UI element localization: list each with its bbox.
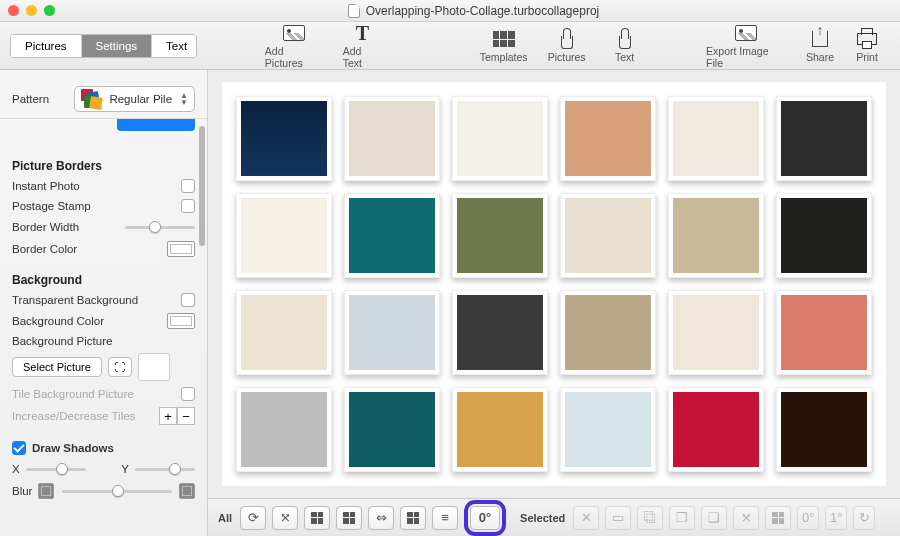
photo-tile[interactable] <box>560 290 656 375</box>
postage-stamp-label: Postage Stamp <box>12 200 91 212</box>
bg-picture-swatch[interactable] <box>138 353 170 381</box>
pictures-lock-button[interactable]: Pictures <box>548 28 586 63</box>
tile-bg-checkbox <box>181 387 195 401</box>
bg-color-label: Background Color <box>12 315 104 327</box>
photo-tile[interactable] <box>452 387 548 472</box>
shuffle-all-button[interactable]: ⟳ <box>240 506 266 530</box>
export-icon <box>735 25 757 41</box>
swap-selected-button[interactable]: ▭ <box>605 506 631 530</box>
section-picture-borders: Picture Borders <box>12 159 195 173</box>
photo-tile[interactable] <box>236 387 332 472</box>
photo-tile[interactable] <box>452 290 548 375</box>
lock-icon <box>561 36 573 49</box>
photo-tile[interactable] <box>344 290 440 375</box>
photo-tile[interactable] <box>344 193 440 278</box>
send-back-button[interactable]: ❏ <box>701 506 727 530</box>
reset-rotation-selected-button[interactable]: 0° <box>797 506 819 530</box>
text-lock-button[interactable]: Text <box>612 28 638 63</box>
text-icon: T <box>356 23 369 43</box>
grid-3-button[interactable] <box>400 506 426 530</box>
grid-selected-button[interactable] <box>765 506 791 530</box>
shadow-color-well[interactable] <box>38 483 54 499</box>
share-icon <box>812 31 828 47</box>
print-icon <box>857 33 877 45</box>
select-picture-button[interactable]: Select Picture <box>12 357 102 377</box>
share-button[interactable]: Share <box>806 28 834 63</box>
draw-shadows-label: Draw Shadows <box>32 442 114 454</box>
photo-tile[interactable] <box>236 193 332 278</box>
postage-stamp-checkbox[interactable] <box>181 199 195 213</box>
instant-photo-checkbox[interactable] <box>181 179 195 193</box>
photo-tile[interactable] <box>560 96 656 181</box>
selected-label: Selected <box>520 512 565 524</box>
photo-tile[interactable] <box>560 387 656 472</box>
shadow-y-slider[interactable] <box>135 461 195 477</box>
settings-sidebar: Pattern Regular Pile ▲▼ . Picture Border… <box>0 70 208 536</box>
collage-grid <box>222 82 886 486</box>
transparent-bg-checkbox[interactable] <box>181 293 195 307</box>
print-button[interactable]: Print <box>854 28 880 63</box>
add-text-button[interactable]: T Add Text <box>343 22 382 69</box>
photo-tile[interactable] <box>236 96 332 181</box>
photo-tile[interactable] <box>452 96 548 181</box>
photo-tile[interactable] <box>668 96 764 181</box>
shadow-x-slider[interactable] <box>26 461 86 477</box>
regular-pile-icon <box>81 89 101 109</box>
zoom-window-icon[interactable] <box>44 5 55 16</box>
pattern-select[interactable]: Regular Pile ▲▼ <box>74 86 195 112</box>
add-pictures-button[interactable]: Add Pictures <box>265 22 323 69</box>
tiles-stepper: +− <box>159 407 195 425</box>
photo-tile[interactable] <box>344 96 440 181</box>
tab-pictures[interactable]: Pictures <box>11 35 82 57</box>
delete-selected-button[interactable]: ✕ <box>573 506 599 530</box>
draw-shadows-checkbox[interactable] <box>12 441 26 455</box>
shadow-color-well-2[interactable] <box>179 483 195 499</box>
border-color-well[interactable] <box>167 241 195 257</box>
templates-button[interactable]: Templates <box>480 28 528 63</box>
sidebar-mode-segment: Pictures Settings Text <box>10 34 197 58</box>
fit-all-button[interactable]: ⤧ <box>272 506 298 530</box>
grid-1-button[interactable] <box>304 506 330 530</box>
align-button[interactable]: ≡ <box>432 506 458 530</box>
border-width-slider[interactable] <box>125 219 195 235</box>
photo-tile[interactable] <box>452 193 548 278</box>
photo-tile[interactable] <box>668 387 764 472</box>
tab-text[interactable]: Text <box>152 35 197 57</box>
instant-photo-label: Instant Photo <box>12 180 80 192</box>
tab-settings[interactable]: Settings <box>82 35 153 57</box>
photo-tile[interactable] <box>236 290 332 375</box>
crop-selected-button[interactable]: ⿻ <box>637 506 663 530</box>
rotate-cw-button[interactable]: ↻ <box>853 506 875 530</box>
bring-front-button[interactable]: ❐ <box>669 506 695 530</box>
collage-canvas[interactable] <box>208 70 900 498</box>
titlebar: Overlapping-Photo-Collage.turbocollagepr… <box>0 0 900 22</box>
grid-2-button[interactable] <box>336 506 362 530</box>
photo-tile[interactable] <box>668 290 764 375</box>
fit-selected-button[interactable]: ⤧ <box>733 506 759 530</box>
photo-tile[interactable] <box>668 193 764 278</box>
photo-tile[interactable] <box>776 193 872 278</box>
minimize-window-icon[interactable] <box>26 5 37 16</box>
shadow-blur-slider[interactable] <box>62 483 172 499</box>
window-controls <box>8 5 55 16</box>
inc-dec-tiles-label: Increase/Decrease Tiles <box>12 410 135 422</box>
close-window-icon[interactable] <box>8 5 19 16</box>
reset-rotation-all-button[interactable]: 0° <box>470 506 500 530</box>
rotate-1-selected-button[interactable]: 1° <box>825 506 847 530</box>
photo-tile[interactable] <box>776 387 872 472</box>
photo-tile[interactable] <box>560 193 656 278</box>
bg-color-well[interactable] <box>167 313 195 329</box>
lock-icon <box>619 36 631 49</box>
toolbar: Pictures Settings Text Add Pictures T Ad… <box>0 22 900 70</box>
photo-tile[interactable] <box>344 387 440 472</box>
crop-bg-button[interactable]: ⛶ <box>108 357 132 377</box>
orientation-segment[interactable] <box>117 119 195 131</box>
sidebar-scrollbar[interactable] <box>199 126 205 246</box>
picture-icon <box>283 25 305 41</box>
photo-tile[interactable] <box>776 290 872 375</box>
expand-h-button[interactable]: ⇔ <box>368 506 394 530</box>
photo-tile[interactable] <box>776 96 872 181</box>
tile-bg-label: Tile Background Picture <box>12 388 134 400</box>
export-button[interactable]: Export Image File <box>706 22 786 69</box>
border-width-label: Border Width <box>12 221 79 233</box>
